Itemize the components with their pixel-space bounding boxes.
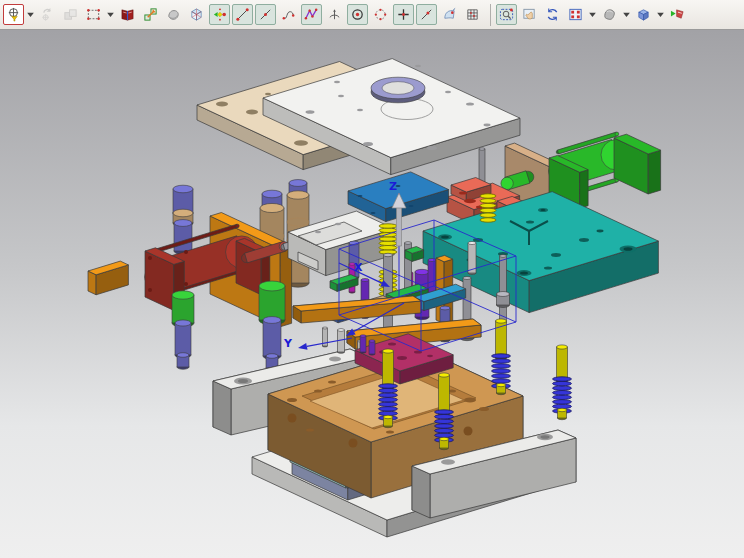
coil-spring[interactable]	[379, 224, 397, 254]
shaded-view-button[interactable]	[599, 4, 620, 25]
part-hole[interactable]	[415, 65, 421, 67]
part-hole[interactable]	[371, 212, 376, 214]
point-on-line-snap-toggle[interactable]	[416, 4, 437, 25]
part-hole[interactable]	[306, 110, 315, 114]
exploded-mold-assembly[interactable]: XYZ	[0, 30, 744, 558]
rotate-view-button[interactable]	[542, 4, 563, 25]
part-hole[interactable]	[363, 142, 373, 146]
shaded-object-button[interactable]	[163, 4, 184, 25]
part-circ[interactable]	[184, 250, 188, 254]
part-cyl[interactable]	[497, 383, 506, 394]
stop-block[interactable]	[88, 261, 128, 295]
part-circ[interactable]	[184, 282, 188, 286]
part-hole[interactable]	[540, 209, 545, 211]
part-mark[interactable]	[459, 191, 467, 194]
part-hole[interactable]	[306, 428, 314, 431]
part-hole[interactable]	[216, 102, 228, 107]
part-mark[interactable]	[397, 356, 407, 360]
part-cyl[interactable]	[440, 437, 449, 449]
part-cyl[interactable]	[500, 255, 507, 324]
part-hole[interactable]	[328, 380, 336, 383]
fit-view-dropdown[interactable]	[588, 4, 597, 25]
section-view-button[interactable]	[667, 4, 688, 25]
part-hole[interactable]	[287, 398, 297, 402]
part-hole[interactable]	[520, 271, 528, 274]
part-cyl[interactable]	[323, 327, 328, 347]
part-hole[interactable]	[314, 389, 322, 392]
part-cyl[interactable]	[558, 408, 567, 419]
part-hole[interactable]	[265, 93, 271, 95]
fit-view-button[interactable]	[565, 4, 586, 25]
isometric-view-dropdown[interactable]	[656, 4, 665, 25]
part-mark[interactable]	[427, 355, 433, 357]
part-hole[interactable]	[597, 230, 604, 233]
existing-point-snap-toggle[interactable]	[393, 4, 414, 25]
part-hole[interactable]	[238, 379, 248, 383]
part-circ[interactable]	[148, 288, 152, 292]
grid-snap-toggle[interactable]	[462, 4, 483, 25]
endpoint-snap-toggle[interactable]	[232, 4, 253, 25]
show-hide-button[interactable]	[140, 4, 161, 25]
part-mark[interactable]	[551, 253, 561, 257]
part-hole[interactable]	[409, 205, 414, 207]
part-hole[interactable]	[624, 247, 633, 251]
snap-point-toggle[interactable]	[209, 4, 230, 25]
z-axis-arrow[interactable]	[397, 206, 402, 246]
window-layout-button[interactable]	[117, 4, 138, 25]
part-hole[interactable]	[246, 110, 258, 115]
shaded-view-dropdown[interactable]	[622, 4, 631, 25]
part-hole[interactable]	[466, 102, 474, 105]
part-hole[interactable]	[427, 146, 437, 150]
part-mark[interactable]	[388, 342, 396, 345]
locating-ring[interactable]	[371, 77, 425, 103]
part-hole[interactable]	[445, 91, 451, 93]
part-cyl[interactable]	[263, 317, 281, 360]
part-hole[interactable]	[441, 459, 455, 465]
pan-button[interactable]	[519, 4, 540, 25]
part-circ[interactable]	[288, 414, 297, 423]
part-circ[interactable]	[148, 256, 152, 260]
part-hole[interactable]	[541, 435, 550, 439]
part-hole[interactable]	[484, 124, 491, 127]
return-spring[interactable]	[553, 377, 572, 413]
selection-filter-dropdown[interactable]	[26, 4, 35, 25]
part-cyl[interactable]	[174, 220, 192, 255]
part-hole[interactable]	[335, 223, 341, 225]
part-hole[interactable]	[315, 231, 321, 233]
part-hole[interactable]	[386, 430, 394, 433]
part-hole[interactable]	[441, 235, 449, 238]
point-on-curve-snap-toggle[interactable]	[278, 4, 299, 25]
graphics-viewport[interactable]: XYZ	[0, 30, 744, 558]
part-cyl[interactable]	[497, 292, 510, 308]
part-hole[interactable]	[357, 109, 363, 111]
quadrant-snap-toggle[interactable]	[370, 4, 391, 25]
part-hole[interactable]	[334, 81, 340, 83]
midpoint-snap-toggle[interactable]	[255, 4, 276, 25]
part-hole[interactable]	[338, 95, 344, 97]
part-box[interactable]	[614, 134, 661, 194]
part-cyl[interactable]	[384, 415, 393, 427]
pole-snap-toggle[interactable]	[301, 4, 322, 25]
part-circ[interactable]	[349, 439, 358, 448]
part-hole[interactable]	[358, 195, 363, 197]
part-hole[interactable]	[294, 140, 308, 146]
part-cyl[interactable]	[369, 340, 375, 355]
part-hole[interactable]	[479, 407, 489, 411]
part-cyl[interactable]	[177, 353, 189, 370]
part-mark[interactable]	[579, 238, 589, 242]
part-mark[interactable]	[544, 266, 552, 269]
part-cyl[interactable]	[360, 335, 366, 353]
part-mark[interactable]	[464, 199, 476, 204]
arc-center-snap-toggle[interactable]	[324, 4, 345, 25]
circle-center-snap-toggle[interactable]	[347, 4, 368, 25]
bounded-cube-button[interactable]	[186, 4, 207, 25]
selection-filter-button[interactable]	[3, 4, 24, 25]
part-cyl[interactable]	[175, 320, 191, 358]
part-mark[interactable]	[526, 220, 534, 223]
point-on-face-snap-toggle[interactable]	[439, 4, 460, 25]
part-circ[interactable]	[464, 427, 473, 436]
part-hole[interactable]	[329, 357, 341, 362]
part-hole[interactable]	[464, 398, 476, 403]
isometric-view-button[interactable]	[633, 4, 654, 25]
zoom-box-button[interactable]	[496, 4, 517, 25]
